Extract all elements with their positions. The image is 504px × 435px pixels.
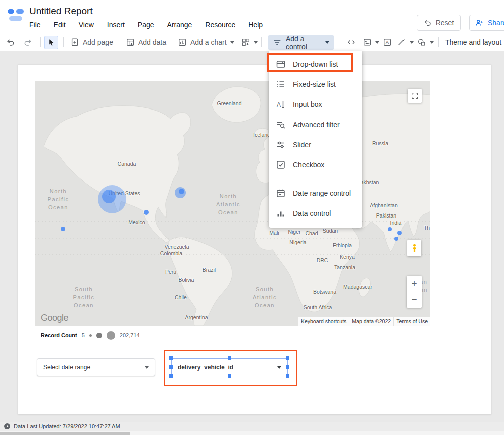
embed-url-button[interactable] <box>347 34 356 51</box>
reset-button[interactable]: Reset <box>417 15 461 31</box>
add-control-button[interactable]: Add a control <box>268 35 334 50</box>
menu-resource[interactable]: Resource <box>205 21 235 29</box>
add-chart-button[interactable]: Add a chart <box>178 34 234 51</box>
add-page-button[interactable]: Add page <box>70 34 113 51</box>
checkbox-icon <box>276 160 286 170</box>
page-plus-icon <box>70 38 79 47</box>
legend-dot-medium <box>96 333 102 338</box>
zoom-in-button[interactable]: + <box>407 276 422 292</box>
menu-item-checkbox[interactable]: Checkbox <box>269 155 362 175</box>
vehicle-dropdown-control[interactable]: delivery_vehicle_id <box>171 358 288 376</box>
report-page[interactable]: Greenland Iceland Russia Canada Kazakhst… <box>18 64 491 414</box>
legend-max-value: 202,714 <box>120 332 140 338</box>
toolbar-separator <box>171 37 171 47</box>
insert-image-button[interactable] <box>363 34 379 51</box>
selection-handle[interactable] <box>286 374 289 378</box>
toolbar-separator <box>40 37 41 47</box>
toolbar-separator <box>63 37 64 47</box>
selection-handle[interactable] <box>169 365 173 369</box>
zoom-control: + − <box>407 276 422 308</box>
toolbar: Add page Add data Add a chart Add a cont… <box>0 34 504 51</box>
date-range-icon <box>276 188 286 198</box>
data-control-icon <box>276 208 286 219</box>
drop-down-list-icon <box>276 59 286 69</box>
menu-item-data-control[interactable]: Data control <box>269 203 362 224</box>
scrollbar-thumb[interactable] <box>0 432 130 435</box>
legend-min-value: 5 <box>82 332 85 338</box>
menu-item-slider[interactable]: Slider <box>269 135 362 155</box>
menu-help[interactable]: Help <box>248 21 263 29</box>
app-header: Untitled Report File Edit View Insert Pa… <box>0 0 504 34</box>
input-box-icon: A <box>276 99 286 110</box>
chevron-down-icon <box>277 366 281 369</box>
selection-handle[interactable] <box>169 374 173 378</box>
insert-line-button[interactable] <box>397 34 414 51</box>
menu-arrange[interactable]: Arrange <box>167 21 192 29</box>
google-maps-logo: Google <box>41 313 68 323</box>
menu-item-advanced-filter[interactable]: Advanced filter <box>269 115 362 135</box>
menu-page[interactable]: Page <box>138 21 154 29</box>
data-studio-logo[interactable] <box>7 6 25 24</box>
page-title: Untitled Report <box>29 6 93 17</box>
menu-item-fixed-size-list[interactable]: Fixed-size list <box>269 74 362 94</box>
terms-of-use-link[interactable]: Terms of Use <box>394 317 430 326</box>
map-attribution: Keyboard shortcuts Map data ©2022 Terms … <box>298 317 430 326</box>
bubble-map-chart[interactable]: Greenland Iceland Russia Canada Kazakhst… <box>35 81 430 326</box>
advanced-filter-icon <box>276 120 286 130</box>
filter-lines-icon <box>273 38 282 47</box>
selection-handle[interactable] <box>228 356 231 360</box>
undo-arrow-icon <box>424 19 432 27</box>
canvas-workspace: Greenland Iceland Russia Canada Kazakhst… <box>0 51 504 422</box>
chevron-down-icon <box>254 41 258 44</box>
add-data-button[interactable]: Add data <box>126 34 166 51</box>
chevron-down-icon <box>430 41 434 44</box>
menu-item-input-box[interactable]: A Input box <box>269 94 362 115</box>
chevron-down-icon <box>410 41 414 44</box>
legend-dot-small <box>89 334 92 337</box>
bubble-size-legend: Record Count 5 202,714 <box>41 330 140 340</box>
date-range-control[interactable]: Select date range <box>37 358 155 376</box>
svg-text:A: A <box>277 101 281 108</box>
menu-insert[interactable]: Insert <box>107 21 125 29</box>
fullscreen-button[interactable] <box>408 89 422 103</box>
menu-edit[interactable]: Edit <box>54 21 66 29</box>
legend-dot-large <box>107 331 115 340</box>
chevron-down-icon <box>325 41 329 44</box>
line-icon <box>397 38 406 47</box>
selection-handle[interactable] <box>228 374 231 378</box>
zoom-out-button[interactable]: − <box>407 292 422 308</box>
chevron-down-icon <box>230 41 234 44</box>
select-tool-button[interactable] <box>44 36 58 49</box>
status-divider <box>124 423 124 429</box>
theme-and-layout-button[interactable]: Theme and layout <box>445 34 501 51</box>
last-updated-clock-icon <box>4 423 10 429</box>
map-data-text: Map data ©2022 <box>349 317 393 326</box>
menu-item-date-range-control[interactable]: Date range control <box>269 183 362 203</box>
image-icon <box>363 38 372 47</box>
share-button[interactable]: Share <box>469 15 504 31</box>
toolbar-separator <box>341 37 341 47</box>
menu-item-drop-down-list[interactable]: Drop-down list <box>269 54 362 74</box>
pegman-street-view-button[interactable] <box>407 240 421 256</box>
cursor-icon <box>47 38 56 47</box>
undo-button[interactable] <box>6 34 15 51</box>
menu-view[interactable]: View <box>79 21 94 29</box>
horizontal-scrollbar[interactable] <box>0 431 504 435</box>
fixed-size-list-icon <box>276 79 286 89</box>
redo-button[interactable] <box>23 34 32 51</box>
selection-handle[interactable] <box>169 356 173 360</box>
last-updated-text: Data Last Updated: 7/29/2022 10:47:27 AM <box>14 423 120 429</box>
code-icon <box>347 38 356 47</box>
menu-bar: File Edit View Insert Page Arrange Resou… <box>29 21 263 29</box>
toolbar-separator <box>120 37 120 47</box>
keyboard-shortcuts-link[interactable]: Keyboard shortcuts <box>298 317 349 326</box>
menu-file[interactable]: File <box>29 21 41 29</box>
community-visualizations-button[interactable] <box>241 34 258 51</box>
selection-handle[interactable] <box>286 365 289 369</box>
status-bar: Data Last Updated: 7/29/2022 10:47:27 AM <box>0 422 504 431</box>
toolbar-separator <box>438 37 439 47</box>
selection-handle[interactable] <box>286 356 289 360</box>
text-box-icon: A <box>383 38 392 47</box>
insert-text-button[interactable]: A <box>383 34 392 51</box>
insert-shape-button[interactable] <box>417 34 434 51</box>
